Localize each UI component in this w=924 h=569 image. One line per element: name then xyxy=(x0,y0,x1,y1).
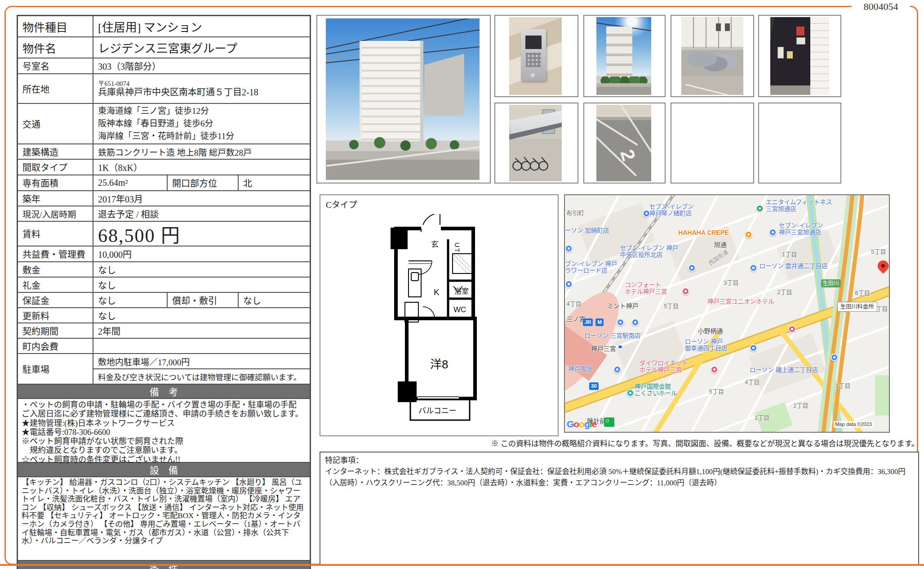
notice-poster xyxy=(796,27,804,36)
map-label: ローソン 三宮駅南店 xyxy=(584,332,640,339)
row-access: 交通 東海道線「三ノ宮」徒歩12分阪神本線「春日野道」徒歩6分海岸線「三宮・花時… xyxy=(18,104,310,144)
map-label: 4丁目 xyxy=(567,300,582,307)
photo-frame-empty-2 xyxy=(758,103,841,184)
remark-line: 規約違反となりますのでご注意願います。 xyxy=(22,446,306,455)
value-fee: 10,000円 xyxy=(93,246,310,261)
photo-frame-empty-1 xyxy=(671,103,754,184)
label-layout: 間取タイプ xyxy=(18,160,93,175)
row-guarantee: 保証金 なし 償却・敷引 なし xyxy=(18,293,310,308)
cabinet-vent xyxy=(716,23,721,31)
intercom-keypad xyxy=(526,53,541,67)
value-layout: 1K（8xK） xyxy=(93,160,310,175)
google-logo: Google xyxy=(567,419,596,430)
value-room: 303（3階部分） xyxy=(93,58,310,73)
remark-line: ※ペット飼育申請がない状態で飼育された際 xyxy=(22,437,306,446)
map-badge-metro: M xyxy=(595,318,604,327)
map-canvas: Google 布引町セブン-イレブン 神戸琴ノ緒町店エニタイムフィットネス 三宮… xyxy=(564,194,890,433)
google-logo-letter: g xyxy=(584,419,590,429)
google-logo-letter: G xyxy=(567,419,573,429)
room-wc: WC xyxy=(453,305,466,314)
label-built: 築年 xyxy=(18,191,93,206)
label-renewal: 更新料 xyxy=(18,308,93,323)
map-label: 1丁目 xyxy=(755,414,769,421)
special-notes-box: 特記事項： インターネット：株式会社ギガプライス・法人契約可・保証会社：保証会社… xyxy=(320,452,919,566)
notice-poster xyxy=(777,47,784,58)
row-property-type: 物件種目 [住居用] マンション xyxy=(18,16,310,37)
value-term: 2年間 xyxy=(93,323,310,338)
photo-entrance xyxy=(770,17,829,95)
map-pin-hotel-icon xyxy=(682,287,689,295)
map-label: 小野柄通 xyxy=(698,328,723,335)
map-label: セブン-イレブン 神戸琴ノ緒町店 xyxy=(649,203,693,217)
google-logo-letter: e xyxy=(592,419,597,429)
map-pin-bag-icon xyxy=(613,366,621,373)
map-label: HAHAHA CREPE xyxy=(678,229,729,236)
property-table: 物件種目 [住居用] マンション 物件名 レジデンス三宮東グループ 号室名 30… xyxy=(17,15,311,569)
value-association xyxy=(93,339,310,353)
room-kitchen: K xyxy=(434,287,440,297)
doc-number: 8004054 xyxy=(864,1,898,13)
tile-wall xyxy=(809,17,829,95)
map-label: 布引町 xyxy=(567,210,584,216)
photo-exterior-main xyxy=(326,18,480,180)
value-built: 2017年03月 xyxy=(93,191,310,206)
map-label: ダイワロイネット ホテル神戸三宮 xyxy=(640,360,688,373)
map-badge-transit xyxy=(604,417,614,427)
postal-code: 〒651-0074 xyxy=(98,80,305,87)
equipment-header: 設 備 xyxy=(18,463,310,477)
label-fee: 共益費・管理費 xyxy=(18,246,93,261)
asphalt xyxy=(596,105,651,182)
room-main: 洋8 xyxy=(430,355,448,372)
map-label: 5丁目 xyxy=(664,303,679,309)
map-pin-food-icon xyxy=(745,231,752,238)
map-pin-store-icon xyxy=(688,264,696,272)
google-logo-letter: o xyxy=(573,419,579,429)
map-label: Map data ©2023 xyxy=(834,421,873,428)
row-key-money: 礼金 なし xyxy=(18,278,310,293)
label-association: 町内会費 xyxy=(18,339,93,353)
remark-line: ★電話番号:078-306-6600 xyxy=(22,428,306,437)
label-guarantee: 保証金 xyxy=(18,293,93,307)
map-label: ローソン 神戸 御幸通四丁目店 xyxy=(685,338,728,352)
map-badge-route: 30 xyxy=(589,382,599,390)
photo-frame-exterior-main xyxy=(316,15,491,184)
entrance-floor xyxy=(770,85,810,95)
label-access: 交通 xyxy=(18,104,93,143)
photo-storage xyxy=(681,17,743,95)
cabinet-seams xyxy=(681,17,743,48)
label-area: 専有面積 xyxy=(18,175,93,190)
value-area: 25.64m² xyxy=(93,175,167,190)
label-address: 所在地 xyxy=(18,74,93,103)
equipment-text: 【キッチン】 給湯器・ガスコンロ（2口）・システムキッチン 【水廻り】 風呂（ユ… xyxy=(18,477,310,561)
map-label: エニタイムフィットネス 三宮旭通店 xyxy=(766,199,832,212)
street xyxy=(596,83,651,95)
row-structure: 建築構造 鉄筋コンクリート造 地上8階 総戸数28戸 xyxy=(18,144,310,160)
room-bath: 浴室 xyxy=(454,285,469,296)
doc-number-chip: 8004054 xyxy=(852,0,910,13)
intercom-screen xyxy=(525,36,542,49)
map-badge-toll: 生田川料金所 xyxy=(837,302,877,312)
map-label: 神戸三宮 xyxy=(591,345,616,352)
remark-line: ★建物管理:(株)日本ネットワークサービス xyxy=(22,419,306,428)
map-label: 2丁目 xyxy=(793,402,808,409)
map-label: ブン-イレブン 神戸 ラワーロード店 xyxy=(565,260,617,274)
row-renewal: 更新料 なし xyxy=(18,308,310,323)
label-facing: 開口部方位 xyxy=(167,175,239,190)
value-amortization: なし xyxy=(239,293,311,307)
photo-frame-storage xyxy=(671,15,754,97)
remark-line: ・ペットの飼育の申請・駐輪場の手配・バイク置き場の手配・駐車場の手配 xyxy=(22,400,306,409)
value-status: 退去予定 / 相談 xyxy=(93,206,310,221)
map-label: 神戸国際会館 こくさいホール xyxy=(635,383,677,397)
map-label: 1丁目 xyxy=(835,382,850,389)
row-fee: 共益費・管理費 10,000円 xyxy=(18,246,310,262)
map-label: 5丁目 xyxy=(871,248,886,255)
map-pin-store-icon xyxy=(769,228,777,236)
map-label: 3丁目 xyxy=(724,279,738,286)
label-rent: 賃料 xyxy=(18,222,93,246)
label-key-money: 礼金 xyxy=(18,278,93,292)
map-label: 4丁目 xyxy=(745,379,760,385)
row-parking: 駐車場 敷地内駐車場／17,000円 料金及び空き状況については建物管理に御確認… xyxy=(18,354,310,385)
value-facing: 北 xyxy=(239,175,311,190)
label-status: 現況/入居時期 xyxy=(18,206,93,221)
map-label: セブン-イレブン 神戸三宮旭通店 xyxy=(779,222,823,236)
